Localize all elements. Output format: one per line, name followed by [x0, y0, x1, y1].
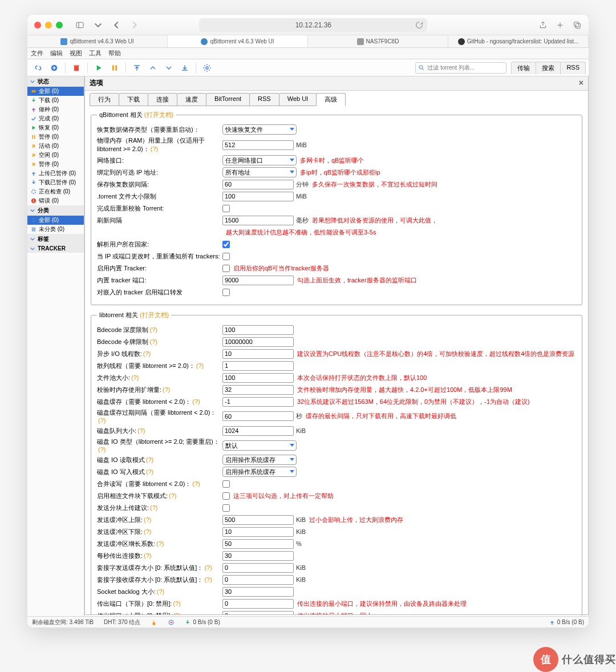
- main-tab[interactable]: 传输: [511, 62, 536, 74]
- help-icon[interactable]: (?): [192, 398, 200, 405]
- sidebar-item[interactable]: 全部 (0): [27, 87, 84, 96]
- option-text-input[interactable]: [222, 599, 294, 609]
- sidebar-item[interactable]: 恢复 (0): [27, 123, 84, 132]
- back-button[interactable]: [110, 18, 123, 32]
- main-tab[interactable]: RSS: [560, 62, 586, 74]
- option-checkbox[interactable]: [222, 253, 230, 260]
- sidebar-item[interactable]: 未分类 (0): [27, 225, 84, 234]
- sidebar-header[interactable]: 标签: [27, 234, 84, 244]
- help-icon[interactable]: (?): [144, 528, 151, 535]
- help-icon[interactable]: (?): [204, 564, 212, 571]
- menu-item[interactable]: 文件: [31, 49, 43, 58]
- help-icon[interactable]: (?): [163, 386, 170, 393]
- menu-item[interactable]: 编辑: [50, 49, 63, 58]
- option-tab[interactable]: 行为: [90, 93, 119, 106]
- share-icon[interactable]: [538, 21, 548, 30]
- option-text-input[interactable]: [222, 426, 294, 436]
- panel-body[interactable]: qBittorrent 相关 (打开文档)恢复数据储存类型（需要重新启动)：快速…: [85, 106, 588, 614]
- dropdown-icon[interactable]: [91, 18, 105, 32]
- help-icon[interactable]: (?): [146, 468, 153, 475]
- option-text-input[interactable]: [222, 276, 294, 285]
- help-icon[interactable]: (?): [98, 446, 106, 453]
- menu-item[interactable]: 视图: [70, 49, 82, 58]
- option-checkbox[interactable]: [222, 480, 230, 488]
- help-icon[interactable]: (?): [137, 427, 145, 434]
- option-text-input[interactable]: [222, 140, 294, 150]
- option-text-input[interactable]: [222, 397, 294, 407]
- minimize-window-button[interactable]: [45, 22, 52, 29]
- main-tab[interactable]: 搜索: [536, 62, 561, 74]
- help-icon[interactable]: (?): [144, 552, 151, 559]
- option-text-input[interactable]: [222, 551, 294, 561]
- sidebar-item[interactable]: 做种 (0): [27, 105, 84, 114]
- menu-item[interactable]: 帮助: [108, 49, 121, 58]
- help-icon[interactable]: (?): [157, 588, 164, 595]
- delete-button[interactable]: [69, 62, 84, 74]
- filter-box[interactable]: [415, 62, 506, 74]
- menu-item[interactable]: 工具: [89, 49, 102, 58]
- option-tab[interactable]: 连接: [148, 93, 177, 106]
- move-bottom-button[interactable]: [177, 62, 192, 74]
- start-button[interactable]: [91, 62, 106, 74]
- help-icon[interactable]: (?): [131, 374, 139, 381]
- help-icon[interactable]: (?): [149, 326, 157, 333]
- sidebar-item[interactable]: 上传已暂停 (0): [27, 169, 84, 178]
- help-icon[interactable]: (?): [156, 540, 164, 547]
- sidebar-item[interactable]: 全部 (0): [27, 216, 84, 225]
- help-icon[interactable]: (?): [150, 504, 157, 511]
- option-text-input[interactable]: [222, 515, 294, 525]
- sidebar-item[interactable]: !错误 (0): [27, 196, 84, 205]
- connection-icon[interactable]: [168, 619, 175, 626]
- option-checkbox[interactable]: [222, 289, 230, 296]
- option-select[interactable]: 启用操作系统缓存: [222, 455, 297, 465]
- url-bar[interactable]: 10.12.21.36: [199, 18, 427, 32]
- open-docs-link[interactable]: (打开文档): [140, 311, 169, 318]
- pause-button[interactable]: [107, 62, 122, 74]
- option-text-input[interactable]: [222, 587, 294, 597]
- option-text-input[interactable]: [222, 361, 294, 371]
- option-text-input[interactable]: [222, 337, 294, 347]
- option-checkbox[interactable]: [222, 205, 230, 212]
- option-checkbox[interactable]: [222, 492, 230, 500]
- option-text-input[interactable]: [222, 611, 294, 615]
- move-top-button[interactable]: [129, 62, 144, 74]
- sidebar-header[interactable]: TRACKER: [27, 244, 84, 253]
- sidebar-item[interactable]: 暂停 (0): [27, 160, 84, 169]
- option-text-input[interactable]: [222, 349, 294, 359]
- sidebar-item[interactable]: 完成 (0): [27, 114, 84, 123]
- option-select[interactable]: 任意网络接口: [222, 155, 297, 165]
- option-tab[interactable]: RSS: [249, 93, 279, 106]
- browser-tab[interactable]: qBittorrent v4.6.3 Web UI: [27, 35, 168, 47]
- sidebar-item[interactable]: 空闲 (0): [27, 151, 84, 160]
- option-select[interactable]: 启用操作系统缓存: [222, 467, 297, 477]
- sidebar-toggle-button[interactable]: [73, 18, 87, 32]
- help-icon[interactable]: (?): [149, 338, 157, 345]
- move-down-button[interactable]: [161, 62, 176, 74]
- option-checkbox[interactable]: [222, 265, 230, 272]
- option-tab[interactable]: Web UI: [279, 93, 317, 106]
- option-tab[interactable]: BitTorrent: [206, 93, 250, 106]
- option-select[interactable]: 快速恢复文件: [222, 124, 297, 135]
- sidebar-item[interactable]: 活动 (0): [27, 141, 84, 151]
- option-text-input[interactable]: [222, 385, 294, 395]
- option-text-input[interactable]: [222, 539, 294, 549]
- option-text-input[interactable]: [222, 527, 294, 537]
- help-icon[interactable]: (?): [204, 576, 212, 583]
- move-up-button[interactable]: [145, 62, 160, 74]
- help-icon[interactable]: (?): [173, 600, 180, 607]
- tabs-overview-icon[interactable]: [573, 21, 582, 30]
- help-icon[interactable]: (?): [98, 417, 106, 424]
- browser-tab[interactable]: GitHub - ngosang/trackerslist: Updated l…: [448, 35, 589, 47]
- sidebar-item[interactable]: 下载已暂停 (0): [27, 178, 84, 187]
- help-icon[interactable]: (?): [146, 456, 153, 463]
- browser-tab[interactable]: qBittorrent v4.6.3 Web UI: [168, 35, 308, 47]
- new-tab-icon[interactable]: [556, 21, 565, 30]
- option-text-input[interactable]: [222, 192, 294, 201]
- option-checkbox[interactable]: [222, 504, 230, 512]
- browser-tab[interactable]: NAS7F9C8D: [308, 35, 448, 47]
- close-icon[interactable]: ×: [579, 78, 583, 88]
- sidebar-item[interactable]: 下载 (0): [27, 96, 84, 105]
- option-tab[interactable]: 高级: [316, 93, 346, 106]
- settings-button[interactable]: [200, 62, 214, 74]
- help-icon[interactable]: (?): [151, 145, 158, 152]
